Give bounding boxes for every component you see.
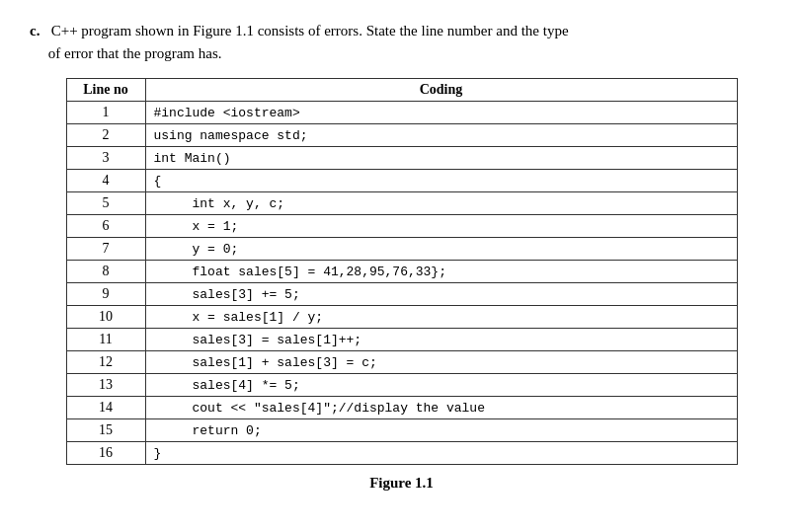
- line-number: 14: [66, 397, 145, 419]
- table-row: 4{: [66, 170, 737, 192]
- line-number: 15: [66, 419, 145, 442]
- code-line: #include <iostream>: [145, 102, 737, 124]
- line-number: 3: [66, 147, 145, 170]
- line-number: 11: [66, 329, 145, 351]
- code-line: using namespace std;: [145, 124, 737, 147]
- table-row: 13 sales[4] *= 5;: [66, 374, 737, 397]
- table-row: 16}: [66, 442, 737, 465]
- code-line: sales[4] *= 5;: [145, 374, 737, 397]
- line-number: 12: [66, 351, 145, 374]
- figure-caption: Figure 1.1: [30, 475, 773, 492]
- table-row: 3int Main(): [66, 147, 737, 170]
- table-header-row: Line no Coding: [66, 79, 737, 102]
- code-line: int Main(): [145, 147, 737, 170]
- table-row: 1#include <iostream>: [66, 102, 737, 124]
- line-number: 4: [66, 170, 145, 192]
- code-line: x = 1;: [145, 215, 737, 238]
- table-row: 14 cout << "sales[4]";//display the valu…: [66, 397, 737, 419]
- col-header-coding: Coding: [145, 79, 737, 102]
- col-header-lineno: Line no: [66, 79, 145, 102]
- table-row: 15 return 0;: [66, 419, 737, 442]
- table-row: 8 float sales[5] = 41,28,95,76,33};: [66, 261, 737, 283]
- table-row: 9 sales[3] += 5;: [66, 283, 737, 306]
- line-number: 7: [66, 238, 145, 261]
- question-line2: of error that the program has.: [48, 45, 222, 61]
- table-row: 12 sales[1] + sales[3] = c;: [66, 351, 737, 374]
- code-line: }: [145, 442, 737, 465]
- table-row: 6 x = 1;: [66, 215, 737, 238]
- table-row: 7 y = 0;: [66, 238, 737, 261]
- question-text: c. C++ program shown in Figure 1.1 consi…: [30, 20, 773, 64]
- line-number: 16: [66, 442, 145, 465]
- code-line: cout << "sales[4]";//display the value: [145, 397, 737, 419]
- line-number: 10: [66, 306, 145, 329]
- line-number: 1: [66, 102, 145, 124]
- code-line: float sales[5] = 41,28,95,76,33};: [145, 261, 737, 283]
- table-row: 2using namespace std;: [66, 124, 737, 147]
- code-table: Line no Coding 1#include <iostream>2usin…: [66, 78, 738, 465]
- code-line: sales[3] = sales[1]++;: [145, 329, 737, 351]
- code-line: sales[3] += 5;: [145, 283, 737, 306]
- question-line1: C++ program shown in Figure 1.1 consists…: [51, 23, 569, 38]
- table-row: 11 sales[3] = sales[1]++;: [66, 329, 737, 351]
- line-number: 8: [66, 261, 145, 283]
- code-line: {: [145, 170, 737, 192]
- code-line: x = sales[1] / y;: [145, 306, 737, 329]
- code-line: int x, y, c;: [145, 192, 737, 215]
- code-line: return 0;: [145, 419, 737, 442]
- line-number: 13: [66, 374, 145, 397]
- table-row: 10 x = sales[1] / y;: [66, 306, 737, 329]
- line-number: 2: [66, 124, 145, 147]
- code-line: sales[1] + sales[3] = c;: [145, 351, 737, 374]
- question-label: c.: [30, 23, 40, 38]
- code-line: y = 0;: [145, 238, 737, 261]
- line-number: 9: [66, 283, 145, 306]
- line-number: 5: [66, 192, 145, 215]
- line-number: 6: [66, 215, 145, 238]
- table-row: 5 int x, y, c;: [66, 192, 737, 215]
